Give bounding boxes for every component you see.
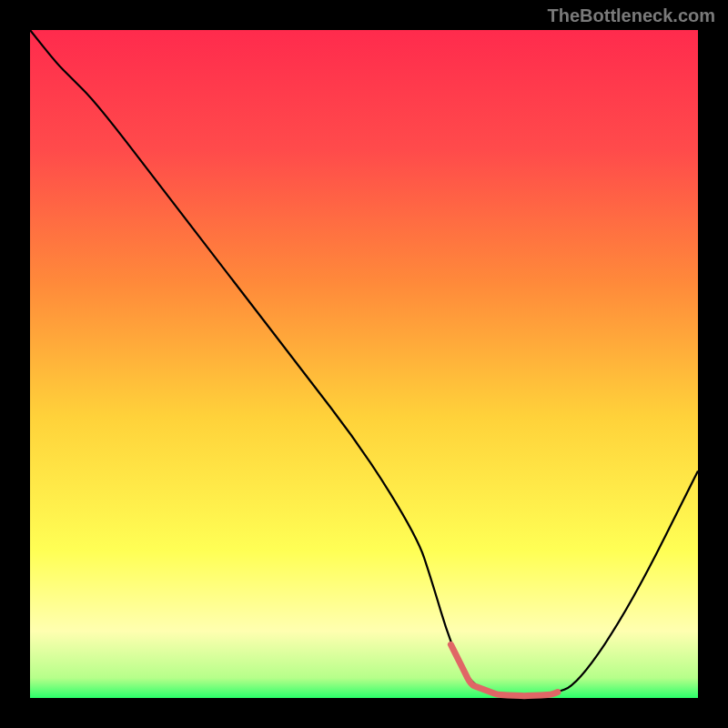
plot-area	[30, 30, 698, 698]
chart-container: TheBottleneck.com	[0, 0, 728, 728]
watermark-text: TheBottleneck.com	[548, 5, 715, 26]
bottleneck-chart	[0, 0, 728, 728]
